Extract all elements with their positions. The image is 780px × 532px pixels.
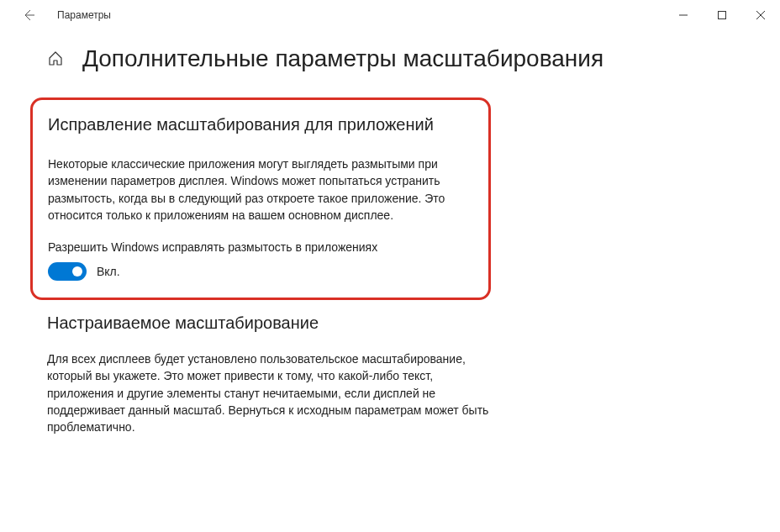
toggle-label: Разрешить Windows исправлять размытость … <box>48 240 473 254</box>
toggle-state-label: Вкл. <box>97 265 120 278</box>
scaling-fix-section: Исправление масштабирования для приложен… <box>30 97 491 300</box>
close-icon <box>756 11 765 19</box>
minimize-button[interactable] <box>664 0 703 30</box>
section-title: Настраиваемое масштабирование <box>47 312 491 334</box>
window-controls <box>664 0 780 30</box>
home-icon <box>47 50 64 67</box>
titlebar: Параметры <box>0 0 780 30</box>
minimize-icon <box>679 11 688 19</box>
settings-window: Параметры <box>0 0 780 532</box>
content-area: Дополнительные параметры масштабирования… <box>0 30 780 532</box>
section-description: Некоторые классические приложения могут … <box>48 155 473 224</box>
page-title: Дополнительные параметры масштабирования <box>82 45 603 72</box>
custom-scaling-section: Настраиваемое масштабирование Для всех д… <box>47 312 491 435</box>
arrow-left-icon <box>22 8 35 22</box>
toggle-row: Вкл. <box>48 262 473 281</box>
home-button[interactable] <box>47 50 64 67</box>
svg-rect-1 <box>719 12 726 19</box>
window-title: Параметры <box>57 9 111 21</box>
close-button[interactable] <box>741 0 780 30</box>
maximize-icon <box>718 11 726 19</box>
back-button[interactable] <box>20 7 37 24</box>
section-title: Исправление масштабирования для приложен… <box>48 113 473 135</box>
toggle-knob <box>72 266 82 277</box>
maximize-button[interactable] <box>703 0 741 30</box>
blur-fix-toggle[interactable] <box>48 262 87 281</box>
section-description: Для всех дисплеев будет установлено поль… <box>47 350 491 435</box>
page-header: Дополнительные параметры масштабирования <box>47 45 751 72</box>
